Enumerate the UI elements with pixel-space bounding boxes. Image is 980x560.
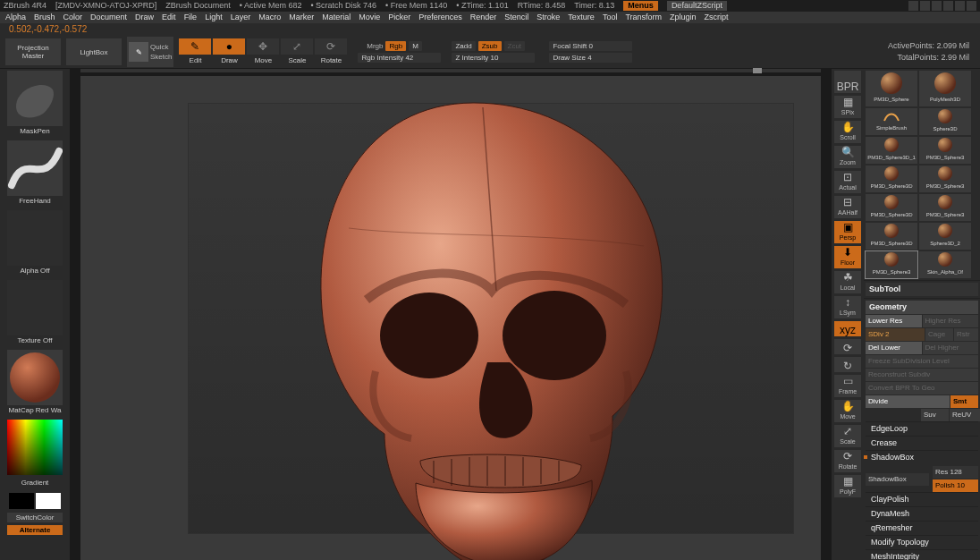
geom-dynamesh[interactable]: DynaMesh xyxy=(866,506,978,521)
menu-movie[interactable]: Movie xyxy=(359,13,380,22)
mode-move-button[interactable]: ✥Move xyxy=(247,38,279,65)
freeze-subdiv-button[interactable]: Freeze SubDivision Level xyxy=(866,355,978,368)
subtool-header[interactable]: SubTool xyxy=(866,283,978,296)
bpr-button[interactable]: BPR xyxy=(834,71,861,93)
polish10-slider[interactable]: Polish 10 xyxy=(933,479,978,492)
suv-button[interactable]: Suv xyxy=(921,409,949,421)
shadowbox-button[interactable]: ShadowBox xyxy=(866,473,929,486)
canvas-scrollbar[interactable] xyxy=(80,69,821,72)
draw-size-slider[interactable]: Draw Size 4 xyxy=(549,53,632,63)
m-button[interactable]: M xyxy=(409,41,422,51)
del-higher-button[interactable]: Del Higher xyxy=(923,342,979,354)
scroll-button[interactable]: ✋Scroll xyxy=(834,121,861,143)
quick-sketch-button[interactable]: ✎ Quick Sketch xyxy=(127,37,173,67)
title-icon-1[interactable] xyxy=(908,1,918,11)
tool-grid-7[interactable]: Sphere3D_2 xyxy=(919,223,971,250)
tool-grid-6[interactable]: PM3D_Sphere3D xyxy=(866,223,917,250)
lower-res-button[interactable]: Lower Res xyxy=(866,315,922,327)
menu-picker[interactable]: Picker xyxy=(388,13,410,22)
frame-button[interactable]: ▭Frame xyxy=(834,375,861,397)
res128-slider[interactable]: Res 128 xyxy=(933,466,978,479)
geom-edgeloop[interactable]: EdgeLoop xyxy=(866,421,978,436)
tool-grid-2[interactable]: PM3D_Sphere3D xyxy=(866,165,917,192)
stroke-slot[interactable]: FreeHand xyxy=(7,140,63,196)
color-picker[interactable] xyxy=(7,420,63,475)
tool-grid-9[interactable]: Skin_Alpha_Of xyxy=(919,251,971,278)
menu-edit[interactable]: Edit xyxy=(162,13,176,22)
title-icon-2[interactable] xyxy=(920,1,930,11)
reuv-button[interactable]: ReUV xyxy=(950,409,980,421)
menu-zscript[interactable]: Zscript xyxy=(705,13,729,22)
viewport[interactable] xyxy=(80,76,821,560)
sdiv-slider[interactable]: SDiv 2 xyxy=(866,328,925,341)
spix-button[interactable]: ▦SPix xyxy=(834,96,861,118)
tool-simplebrush[interactable]: SimpleBrush xyxy=(866,108,917,135)
alternate-button[interactable]: Alternate xyxy=(7,525,63,535)
geom-crease[interactable]: Crease xyxy=(866,436,978,450)
zadd-button[interactable]: Zadd xyxy=(452,41,475,51)
rot-y-button[interactable]: ⟳ xyxy=(834,339,861,354)
title-icon-close[interactable] xyxy=(955,1,965,11)
rstr-button[interactable]: Rstr xyxy=(954,328,978,341)
lightbox-button[interactable]: LightBox xyxy=(66,38,122,65)
menu-layer[interactable]: Layer xyxy=(231,13,251,22)
tool-grid-4[interactable]: PM3D_Sphere3D xyxy=(866,194,917,221)
projection-master-button[interactable]: Projection Master xyxy=(5,38,61,65)
menu-tool[interactable]: Tool xyxy=(603,13,618,22)
tool-grid-0[interactable]: PM3D_Sphere3D_1 xyxy=(866,137,917,164)
cage-button[interactable]: Cage xyxy=(925,328,953,341)
tool-sphere3d[interactable]: Sphere3D xyxy=(919,108,971,135)
geom-meshintegrity[interactable]: MeshIntegrity xyxy=(866,549,978,560)
menu-light[interactable]: Light xyxy=(205,13,223,22)
menu-brush[interactable]: Brush xyxy=(34,13,55,22)
menu-stroke[interactable]: Stroke xyxy=(536,13,560,22)
lsym-button[interactable]: ↕LSym xyxy=(834,296,861,318)
del-lower-button[interactable]: Del Lower xyxy=(866,342,922,354)
xyz-button[interactable]: xyz xyxy=(834,321,861,336)
menu-macro[interactable]: Macro xyxy=(258,13,281,22)
mode-rotate-button[interactable]: ⟳Rotate xyxy=(315,38,347,65)
tool-grid-3[interactable]: PM3D_Sphere3 xyxy=(919,165,971,192)
persp-button[interactable]: ▣Persp xyxy=(834,221,861,243)
floor-button[interactable]: ⬇Floor xyxy=(834,246,861,268)
menu-texture[interactable]: Texture xyxy=(568,13,595,22)
scale-button[interactable]: ⤢Scale xyxy=(834,425,861,447)
color-swatch-white[interactable] xyxy=(36,493,61,509)
menu-alpha[interactable]: Alpha xyxy=(5,13,26,22)
texture-slot[interactable]: Texture Off xyxy=(7,280,63,335)
focal-shift-slider[interactable]: Focal Shift 0 xyxy=(549,41,632,51)
menu-document[interactable]: Document xyxy=(90,13,127,22)
rotate-button[interactable]: ⟳Rotate xyxy=(834,450,861,472)
geom-qremesher[interactable]: qRemesher xyxy=(866,521,978,535)
geom-shadowbox[interactable]: ShadowBox xyxy=(866,450,978,464)
geom-modify-topology[interactable]: Modify Topology xyxy=(866,535,978,549)
tool-grid-1[interactable]: PM3D_Sphere3 xyxy=(919,137,971,164)
color-swatch-black[interactable] xyxy=(9,493,34,509)
menu-draw[interactable]: Draw xyxy=(135,13,154,22)
rgb-button[interactable]: Rgb xyxy=(385,41,406,51)
rgb-intensity-slider[interactable]: Rgb Intensity 42 xyxy=(358,53,441,63)
move-button[interactable]: ✋Move xyxy=(834,400,861,422)
mode-scale-button[interactable]: ⤢Scale xyxy=(281,38,313,65)
mode-draw-button[interactable]: ●Draw xyxy=(213,38,245,65)
material-slot[interactable]: MatCap Red Wa xyxy=(7,350,63,405)
menus-button[interactable]: Menus xyxy=(623,1,658,11)
divide-button[interactable]: Divide xyxy=(866,395,950,408)
menu-color[interactable]: Color xyxy=(63,13,83,22)
tool-polymesh3d[interactable]: PolyMesh3D xyxy=(919,71,971,106)
zcut-button[interactable]: Zcut xyxy=(504,41,526,51)
alpha-slot[interactable]: Alpha Off xyxy=(7,210,63,266)
local-button[interactable]: ☘Local xyxy=(834,271,861,293)
default-zscript-button[interactable]: DefaultZScript xyxy=(667,1,727,11)
aahalf-button[interactable]: ⊟AAHalf xyxy=(834,196,861,218)
zsub-button[interactable]: Zsub xyxy=(478,41,502,51)
tool-grid-8[interactable]: PM3D_Sphere3 xyxy=(866,251,917,278)
title-icon-lock[interactable] xyxy=(943,1,953,11)
menu-marker[interactable]: Marker xyxy=(289,13,314,22)
z-intensity-slider[interactable]: Z Intensity 10 xyxy=(452,53,535,63)
menu-file[interactable]: File xyxy=(184,13,198,22)
menu-stencil[interactable]: Stencil xyxy=(504,13,528,22)
geometry-header[interactable]: Geometry xyxy=(866,301,978,314)
menu-transform[interactable]: Transform xyxy=(625,13,662,22)
brush-slot[interactable]: MaskPen xyxy=(7,71,63,126)
